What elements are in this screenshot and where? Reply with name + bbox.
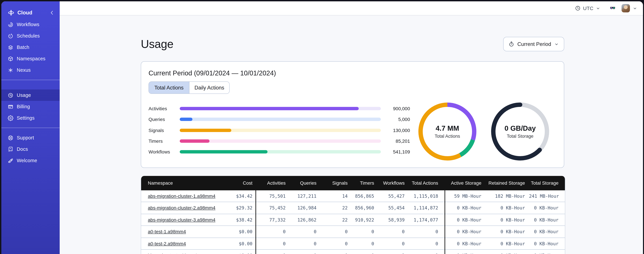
bar-value: 85,201 <box>381 138 410 144</box>
column-header-timers: Timers <box>350 176 376 190</box>
usage-card: Current Period (09/01/2024 — 10/01/2024)… <box>141 61 564 168</box>
table-cell: 75,452 <box>256 202 288 214</box>
period-selector-button[interactable]: Current Period <box>503 37 564 51</box>
brand-label: Cloud <box>18 10 32 16</box>
table-cell: 75,501 <box>256 190 288 202</box>
sidebar-item-label: Welcome <box>17 158 37 163</box>
billing-icon <box>8 104 14 110</box>
sidebar-item-settings[interactable]: Settings <box>1 112 60 124</box>
table-cell: 1 <box>376 250 407 254</box>
namespace-cell: abs-migration-cluster-1.a98mm4 <box>141 190 222 202</box>
sidebar-item-support[interactable]: Support <box>1 132 60 144</box>
table-cell: 0 <box>376 238 407 250</box>
sidebar-item-label: Workflows <box>17 22 40 27</box>
sidebar-item-billing[interactable]: Billing <box>1 101 60 112</box>
namespaces-icon <box>8 56 14 62</box>
sidebar-item-label: Support <box>17 135 34 140</box>
donut-label: Total Actions <box>435 134 460 139</box>
usage-icon <box>8 92 14 98</box>
table-cell: 126,984 <box>288 202 318 214</box>
table-cell: 0 KB-Hour <box>529 238 565 250</box>
table-cell: 1,174,077 <box>407 214 445 226</box>
table-cell: 22 <box>318 214 350 226</box>
namespace-link[interactable]: bk-worker-test.a98mm4 <box>148 253 197 254</box>
table-cell: 0 KB-Hour <box>485 214 529 226</box>
bar-track <box>180 107 381 110</box>
tab-daily-actions[interactable]: Daily Actions <box>189 82 229 94</box>
column-header-total-storage: Total Storage <box>529 176 565 190</box>
sidebar-item-docs[interactable]: Docs <box>1 144 60 155</box>
usage-bar-row-signals: Signals130,000 <box>148 125 410 136</box>
table-cell: 1,115,018 <box>407 190 445 202</box>
sidebar-item-workflows[interactable]: Workflows <box>1 19 60 30</box>
schedules-icon <box>8 33 14 39</box>
namespace-link[interactable]: abs-migration-cluster-3.a98mm4 <box>148 217 216 222</box>
sidebar-item-batch[interactable]: Batch <box>1 42 60 53</box>
namespace-link[interactable]: abs-migration-cluster-1.a98mm4 <box>148 193 216 199</box>
chevron-down-icon <box>554 42 559 46</box>
namespace-cell: bk-worker-test.a98mm4 <box>141 250 222 254</box>
table-cell: 0 KB-Hour <box>485 238 529 250</box>
table-cell: 0 KB-Hour <box>485 226 529 238</box>
page-title: Usage <box>141 38 174 50</box>
feedback-glasses-button[interactable] <box>610 5 616 12</box>
table-row: abs-migration-cluster-2.a98mm4$29.3275,4… <box>141 202 565 214</box>
sidebar-brand: Cloud <box>1 7 60 19</box>
table-cell: $0.00 <box>222 238 256 250</box>
donut-value: 0 GB/Day <box>504 124 536 132</box>
table-cell: 55,454 <box>376 202 407 214</box>
timezone-selector[interactable]: UTC <box>575 5 600 11</box>
namespace-link[interactable]: a0-test-2.a98mm4 <box>148 241 186 246</box>
table-cell: 59 MB-Hour <box>445 190 485 202</box>
table-cell: 0 KB-Hour <box>529 202 565 214</box>
table-cell: 0 <box>288 226 318 238</box>
bar-value: 5,000 <box>381 117 410 122</box>
column-header-workflows: Workflows <box>376 176 407 190</box>
column-header-activities: Activities <box>256 176 288 190</box>
table-header-row: NamespaceCostActivitiesQueriesSignalsTim… <box>141 176 565 190</box>
table-cell: 0 <box>350 226 376 238</box>
sidebar-item-label: Nexus <box>17 67 31 73</box>
main-area: UTC Usage <box>60 1 643 254</box>
bar-label: Signals <box>148 128 180 133</box>
namespace-link[interactable]: a0-test-1.a98mm4 <box>148 229 186 234</box>
table-row: abs-migration-cluster-3.a98mm4$38.4277,3… <box>141 214 565 226</box>
table-cell: 22 <box>318 202 350 214</box>
sidebar-item-schedules[interactable]: Schedules <box>1 30 60 42</box>
table-cell: 0 KB-Hour <box>445 202 485 214</box>
user-menu[interactable] <box>622 4 637 12</box>
usage-bars-chart: Activities900,000Queries5,000Signals130,… <box>148 103 410 157</box>
table-cell: 182 MB-Hour <box>485 190 529 202</box>
table-cell: 126,862 <box>288 214 318 226</box>
total-actions-donut: 4.7 MMTotal Actions <box>418 102 477 161</box>
tab-total-actions[interactable]: Total Actions <box>149 82 189 94</box>
sidebar-divider <box>1 128 60 128</box>
usage-bar-row-queries: Queries5,000 <box>148 114 410 125</box>
bar-fill <box>180 128 231 132</box>
topbar: UTC <box>60 1 643 16</box>
sidebar-item-usage[interactable]: Usage <box>1 90 60 101</box>
sidebar-nav-account: UsageBillingSettings <box>1 90 60 124</box>
sidebar-item-namespaces[interactable]: Namespaces <box>1 53 60 64</box>
table-cell: 0 KB-Hour <box>445 226 485 238</box>
table-cell: 0 <box>350 238 376 250</box>
column-header-cost: Cost <box>222 176 256 190</box>
table-cell: 127,211 <box>288 190 318 202</box>
table-row: a0-test-2.a98mm4$0.000000000 KB-Hour0 KB… <box>141 238 565 250</box>
glasses-icon <box>610 5 616 12</box>
bar-label: Queries <box>148 117 180 122</box>
table-cell: 0 KB-Hour <box>529 226 565 238</box>
bar-label: Timers <box>148 138 180 144</box>
timezone-label: UTC <box>583 5 594 11</box>
sidebar-item-welcome[interactable]: Welcome <box>1 155 60 166</box>
table-cell: 0 <box>407 226 445 238</box>
table-row: bk-worker-test.a98mm4$0.000000110 KB-Hou… <box>141 250 565 254</box>
bar-track <box>180 150 381 154</box>
sidebar-item-nexus[interactable]: Nexus <box>1 64 60 76</box>
usage-bar-row-activities: Activities900,000 <box>148 103 410 114</box>
sidebar-nav-primary: WorkflowsSchedulesBatchNamespacesNexus <box>1 19 60 76</box>
clock-icon <box>575 5 581 11</box>
nexus-icon <box>8 67 14 73</box>
sidebar-collapse-button[interactable] <box>49 10 55 16</box>
namespace-link[interactable]: abs-migration-cluster-2.a98mm4 <box>148 205 216 210</box>
